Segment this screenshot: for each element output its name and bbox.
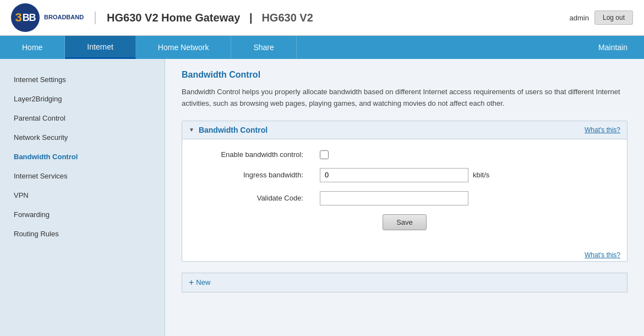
enable-bandwidth-control bbox=[320, 150, 329, 159]
new-label[interactable]: New bbox=[196, 278, 210, 286]
bandwidth-control-panel: ▼ Bandwidth Control What's this? Enable … bbox=[182, 121, 627, 262]
sidebar-item-routing-rules[interactable]: Routing Rules bbox=[0, 224, 165, 243]
nav-spacer bbox=[297, 36, 582, 59]
logo: 3 BB BROADBAND bbox=[11, 3, 84, 32]
sidebar-item-internet-settings[interactable]: Internet Settings bbox=[0, 70, 165, 89]
main-nav: Home Internet Home Network Share Maintai… bbox=[0, 36, 644, 59]
nav-item-internet[interactable]: Internet bbox=[65, 36, 135, 59]
nav-item-maintain[interactable]: Maintain bbox=[582, 36, 644, 59]
section-header-left: ▼ Bandwidth Control bbox=[189, 126, 268, 134]
logo-number: 3 bbox=[15, 10, 21, 25]
sidebar-item-vpn[interactable]: VPN bbox=[0, 186, 165, 205]
validate-code-control bbox=[320, 191, 468, 205]
sidebar-item-parental-control[interactable]: Parental Control bbox=[0, 109, 165, 128]
gateway-title: HG630 V2 Home Gateway bbox=[107, 12, 240, 24]
whats-this-top-link[interactable]: What's this? bbox=[585, 126, 620, 134]
save-row: Save bbox=[199, 214, 610, 230]
collapse-arrow-icon[interactable]: ▼ bbox=[189, 127, 194, 133]
gateway-model: HG630 V2 bbox=[261, 12, 313, 24]
nav-item-home[interactable]: Home bbox=[0, 36, 65, 59]
enable-bandwidth-checkbox[interactable] bbox=[320, 150, 329, 159]
enable-bandwidth-label: Enable bandwidth control: bbox=[199, 150, 309, 159]
validate-code-row: Validate Code: bbox=[199, 191, 610, 205]
sidebar-item-bandwidth-control[interactable]: Bandwidth Control bbox=[0, 147, 165, 166]
logout-button[interactable]: Log out bbox=[594, 10, 633, 25]
header-right: admin Log out bbox=[570, 10, 633, 25]
plus-icon: + bbox=[189, 278, 194, 288]
ingress-bandwidth-label: Ingress bandwidth: bbox=[199, 171, 309, 179]
main-layout: Internet Settings Layer2Bridging Parenta… bbox=[0, 59, 644, 336]
validate-code-input[interactable] bbox=[320, 191, 468, 205]
header: 3 BB BROADBAND HG630 V2 Home Gateway | H… bbox=[0, 0, 644, 36]
logo-icon: 3 BB bbox=[11, 3, 40, 32]
page-title: Bandwidth Control bbox=[182, 70, 627, 80]
sidebar: Internet Settings Layer2Bridging Parenta… bbox=[0, 59, 165, 336]
new-button[interactable]: + New bbox=[189, 278, 210, 288]
nav-item-share[interactable]: Share bbox=[231, 36, 296, 59]
whats-this-bottom-link[interactable]: What's this? bbox=[182, 247, 627, 261]
sidebar-item-forwarding[interactable]: Forwarding bbox=[0, 205, 165, 224]
nav-item-home-network[interactable]: Home Network bbox=[136, 36, 232, 59]
logo-bb: BB bbox=[23, 12, 36, 24]
header-left: 3 BB BROADBAND HG630 V2 Home Gateway | H… bbox=[11, 3, 313, 32]
ingress-bandwidth-control: kbit/s bbox=[320, 168, 489, 182]
enable-bandwidth-row: Enable bandwidth control: bbox=[199, 150, 610, 159]
new-section: + New bbox=[182, 273, 627, 292]
validate-code-label: Validate Code: bbox=[199, 194, 309, 202]
ingress-unit-label: kbit/s bbox=[473, 171, 489, 179]
section-body: Enable bandwidth control: Ingress bandwi… bbox=[182, 139, 627, 247]
ingress-bandwidth-row: Ingress bandwidth: kbit/s bbox=[199, 168, 610, 182]
section-title: Bandwidth Control bbox=[199, 126, 268, 134]
logo-text: BROADBAND bbox=[44, 14, 84, 21]
sidebar-item-layer2bridging[interactable]: Layer2Bridging bbox=[0, 89, 165, 109]
ingress-bandwidth-input[interactable] bbox=[320, 168, 468, 182]
admin-label: admin bbox=[570, 14, 589, 22]
save-button[interactable]: Save bbox=[383, 214, 427, 230]
page-description: Bandwidth Control helps you properly all… bbox=[182, 86, 627, 110]
section-header: ▼ Bandwidth Control What's this? bbox=[182, 121, 627, 139]
header-title: HG630 V2 Home Gateway | HG630 V2 bbox=[95, 12, 313, 24]
content-area: Bandwidth Control Bandwidth Control help… bbox=[165, 59, 644, 336]
sidebar-item-internet-services[interactable]: Internet Services bbox=[0, 166, 165, 186]
sidebar-item-network-security[interactable]: Network Security bbox=[0, 128, 165, 147]
